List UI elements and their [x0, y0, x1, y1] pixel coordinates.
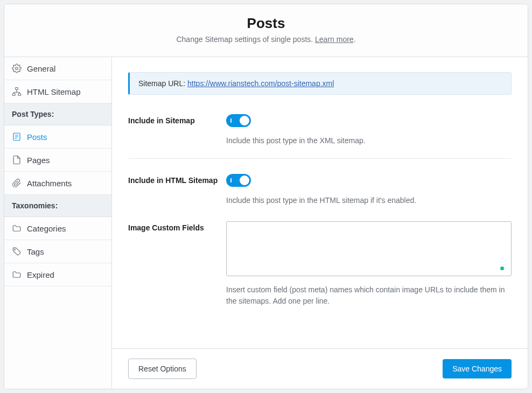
- sitemap-icon: [12, 87, 22, 96]
- sidebar-item-general[interactable]: General: [4, 57, 111, 80]
- sidebar-item-pages[interactable]: Pages: [4, 149, 111, 172]
- page-subtitle: Change Sitemap settings of single posts.…: [15, 35, 517, 44]
- sidebar-label-tags: Tags: [27, 247, 44, 256]
- sidebar-item-html-sitemap[interactable]: HTML Sitemap: [4, 80, 111, 103]
- image-custom-fields-help: Insert custom field (post meta) names wh…: [226, 284, 512, 307]
- learn-more-link[interactable]: Learn more: [315, 35, 354, 44]
- subtitle-period: .: [354, 35, 356, 44]
- panel-footer: Reset Options Save Changes: [112, 348, 528, 389]
- sidebar-label-general: General: [27, 64, 55, 73]
- field-image-custom-fields: Image Custom Fields Insert custom field …: [128, 218, 512, 319]
- main-content: Sitemap URL: https://www.rianstech.com/p…: [112, 57, 528, 389]
- attachment-icon: [12, 178, 22, 188]
- sidebar-label-categories: Categories: [27, 224, 66, 233]
- field-include-sitemap: Include in Sitemap Include this post typ…: [128, 111, 512, 159]
- include-sitemap-help: Include this post type in the XML sitema…: [226, 135, 512, 146]
- sidebar-item-attachments[interactable]: Attachments: [4, 172, 111, 195]
- sitemap-url-notice: Sitemap URL: https://www.rianstech.com/p…: [128, 72, 512, 95]
- image-custom-fields-input[interactable]: [226, 221, 512, 276]
- image-custom-fields-label: Image Custom Fields: [128, 221, 226, 307]
- include-sitemap-label: Include in Sitemap: [128, 114, 226, 146]
- include-html-sitemap-toggle[interactable]: [226, 174, 251, 187]
- sidebar-item-expired[interactable]: Expired: [4, 263, 111, 286]
- sidebar-item-posts[interactable]: Posts: [4, 125, 111, 149]
- folder-icon: [12, 270, 22, 279]
- panel-header: Posts Change Sitemap settings of single …: [4, 4, 528, 57]
- sidebar-label-posts: Posts: [27, 132, 47, 142]
- tag-icon: [12, 247, 22, 256]
- svg-rect-3: [18, 94, 21, 96]
- svg-point-0: [16, 67, 18, 70]
- svg-rect-1: [16, 88, 18, 90]
- page-title: Posts: [15, 15, 517, 32]
- post-icon: [12, 132, 22, 142]
- settings-panel: Posts Change Sitemap settings of single …: [4, 4, 528, 389]
- subtitle-text: Change Sitemap settings of single posts.: [176, 35, 315, 44]
- sitemap-url-link[interactable]: https://www.rianstech.com/post-sitemap.x…: [187, 79, 334, 88]
- svg-rect-2: [13, 94, 16, 96]
- include-sitemap-toggle[interactable]: [226, 114, 251, 127]
- notice-label: Sitemap URL:: [138, 79, 187, 88]
- sidebar-section-taxonomies: Taxonomies:: [4, 195, 111, 217]
- include-html-sitemap-help: Include this post type in the HTML sitem…: [226, 195, 512, 206]
- svg-point-8: [15, 249, 16, 250]
- sidebar-section-post-types: Post Types:: [4, 103, 111, 125]
- reset-options-button[interactable]: Reset Options: [128, 359, 197, 379]
- include-html-sitemap-label: Include in HTML Sitemap: [128, 174, 226, 206]
- status-dot-icon: [500, 266, 504, 270]
- sidebar-item-categories[interactable]: Categories: [4, 217, 111, 240]
- save-changes-button[interactable]: Save Changes: [443, 359, 512, 378]
- page-icon: [12, 155, 22, 165]
- sidebar-label-pages: Pages: [27, 156, 50, 165]
- sidebar: General HTML Sitemap Post Types: Posts: [4, 57, 112, 389]
- sidebar-item-tags[interactable]: Tags: [4, 240, 111, 263]
- gear-icon: [12, 64, 22, 73]
- sidebar-label-expired: Expired: [27, 270, 54, 279]
- field-include-html-sitemap: Include in HTML Sitemap Include this pos…: [128, 171, 512, 218]
- folder-icon: [12, 223, 22, 233]
- sidebar-label-html-sitemap: HTML Sitemap: [27, 87, 80, 96]
- sidebar-label-attachments: Attachments: [27, 179, 72, 188]
